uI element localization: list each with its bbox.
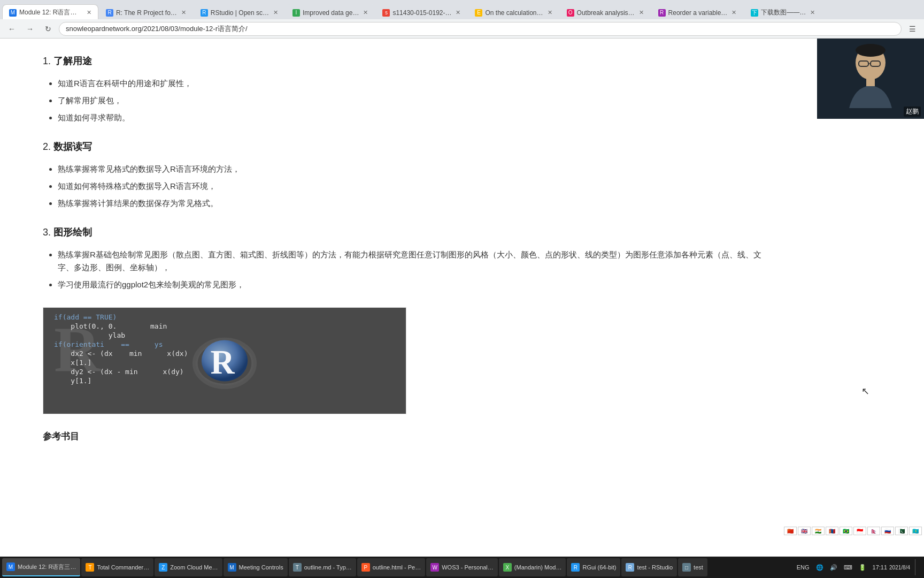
browser-tab-tab3[interactable]: R RStudio | Open sc… ✕ (194, 4, 285, 19)
bullet-item-0-2: 知道如何寻求帮助。 (58, 111, 764, 124)
code-line-1: if(add == TRUE) (54, 313, 395, 321)
taskbar-item-t5[interactable]: T outline.md - Typ… (289, 558, 356, 576)
forward-button[interactable]: → (22, 21, 37, 36)
browser-tab-tab1[interactable]: M Module 12: R语言三… ✕ (2, 4, 98, 19)
bullet-item-1-2: 熟练掌握将计算结果的数据保存为常见格式。 (58, 197, 764, 210)
tab-close-tab8[interactable]: ✕ (727, 9, 736, 16)
watermark-r-letter: R (54, 313, 101, 387)
flag-8[interactable]: 🇵🇰 (895, 527, 908, 535)
tab-favicon-tab1: M (9, 9, 17, 17)
taskbar-icon-t9: R (571, 563, 580, 572)
main-area: 1. 了解用途知道R语言在科研中的用途和扩展性，了解常用扩展包，知道如何寻求帮助… (0, 39, 924, 557)
taskbar-item-t4[interactable]: M Meeting Controls (224, 558, 288, 576)
taskbar-label-t3: Zoom Cloud Me… (170, 564, 218, 571)
address-input[interactable] (59, 22, 902, 36)
language-flags: 🇨🇳🇬🇧🇮🇳🇲🇳🇧🇷🇮🇩🇳🇵🇷🇺🇵🇰🇰🇿 (784, 527, 924, 535)
flag-5[interactable]: 🇮🇩 (853, 527, 866, 535)
browser-tab-tab5[interactable]: s s11430-015-0192-… ✕ (375, 4, 467, 19)
tab-close-tab6[interactable]: ✕ (543, 9, 552, 16)
tab-favicon-tab3: R (201, 9, 208, 17)
taskbar-network[interactable]: 🌐 (814, 564, 825, 571)
tab-label-tab5: s11430-015-0192-… (392, 9, 451, 17)
web-content: 1. 了解用途知道R语言在科研中的用途和扩展性，了解常用扩展包，知道如何寻求帮助… (0, 39, 806, 557)
taskbar-volume[interactable]: 🔊 (828, 564, 839, 571)
tab-close-tab1[interactable]: ✕ (82, 9, 91, 16)
taskbar-item-t2[interactable]: T Total Commander… (81, 558, 153, 576)
taskbar-icon-t5: T (293, 563, 302, 572)
flag-3[interactable]: 🇲🇳 (826, 527, 838, 535)
tab-close-tab9[interactable]: ✕ (806, 9, 815, 16)
code-section: R if(add == TRUE) plot(0., 0. main ylab … (43, 307, 406, 414)
taskbar-item-t7[interactable]: W WOS3 - Personal… (426, 558, 498, 576)
taskbar: M Module 12: R语言三… T Total Commander… Z … (0, 557, 924, 578)
tab-close-tab5[interactable]: ✕ (451, 9, 460, 16)
section-title-0: 1. 了解用途 (43, 55, 764, 67)
bullet-list-1: 熟练掌握将常见格式的数据导入R语言环境的方法，知道如何将特殊格式的数据导入R语言… (43, 163, 764, 210)
taskbar-item-t6[interactable]: P outline.html - Pe… (357, 558, 425, 576)
browser-tab-tab7[interactable]: O Outbreak analysis… ✕ (560, 4, 651, 19)
taskbar-battery[interactable]: 🔋 (857, 564, 868, 571)
taskbar-time[interactable]: 17:11 2021/8/4 (871, 564, 912, 571)
flag-6[interactable]: 🇳🇵 (867, 527, 880, 535)
r-logo: R (192, 329, 257, 393)
flag-0[interactable]: 🇨🇳 (784, 527, 797, 535)
tab-label-tab9: 下载数图——… (761, 8, 806, 17)
tab-label-tab2: R: The R Project fo… (116, 9, 177, 17)
tab-bar: M Module 12: R语言三… ✕ R R: The R Project … (0, 0, 924, 19)
taskbar-item-t10[interactable]: R test - RStudio (621, 558, 677, 576)
svg-point-8 (856, 44, 886, 57)
bullet-item-1-0: 熟练掌握将常见格式的数据导入R语言环境的方法， (58, 163, 764, 176)
svg-text:R: R (211, 344, 235, 381)
flag-4[interactable]: 🇧🇷 (840, 527, 852, 535)
section-title-1: 2. 数据读写 (43, 140, 764, 153)
taskbar-right: ENG 🌐 🔊 ⌨ 🔋 17:11 2021/8/4 (795, 559, 922, 575)
browser-tab-tab9[interactable]: 下 下载数图——… ✕ (744, 4, 822, 19)
taskbar-label-t2: Total Commander… (97, 564, 149, 571)
tab-label-tab6: On the calculation… (485, 9, 543, 17)
taskbar-item-t8[interactable]: X (Mandarin) Mod… (499, 558, 566, 576)
tab-favicon-tab9: 下 (751, 9, 758, 17)
tab-favicon-tab2: R (106, 9, 113, 17)
tab-close-tab7[interactable]: ✕ (635, 9, 644, 16)
taskbar-label-t8: (Mandarin) Mod… (514, 564, 562, 571)
taskbar-icon-t7: W (430, 563, 439, 572)
taskbar-item-t3[interactable]: Z Zoom Cloud Me… (155, 558, 222, 576)
taskbar-label-t6: outline.html - Pe… (373, 564, 421, 571)
flag-9[interactable]: 🇰🇿 (909, 527, 922, 535)
bullet-list-2: 熟练掌握R基础包绘制常见图形（散点图、直方图、箱式图、折线图等）的方法，有能力根… (43, 248, 764, 291)
browser-tab-tab8[interactable]: R Reorder a variable… ✕ (651, 4, 744, 19)
taskbar-label-t7: WOS3 - Personal… (442, 564, 494, 571)
taskbar-keyboard[interactable]: ⌨ (842, 564, 854, 571)
tab-favicon-tab5: s (382, 9, 390, 17)
browser-tab-tab2[interactable]: R R: The R Project fo… ✕ (99, 4, 193, 19)
back-button[interactable]: ← (4, 21, 19, 36)
extensions-button[interactable]: ☰ (905, 21, 920, 36)
taskbar-label-t10: test - RStudio (637, 564, 673, 571)
taskbar-show-desktop[interactable] (915, 559, 919, 575)
address-bar-row: ← → ↻ ☰ (0, 19, 924, 39)
browser-tab-tab6[interactable]: E On the calculation… ✕ (468, 4, 559, 19)
tab-close-tab4[interactable]: ✕ (359, 9, 368, 16)
tab-close-tab3[interactable]: ✕ (269, 9, 278, 16)
section-title-2: 3. 图形绘制 (43, 226, 764, 239)
bullet-item-0-0: 知道R语言在科研中的用途和扩展性， (58, 77, 764, 90)
tab-close-tab2[interactable]: ✕ (177, 9, 186, 16)
tab-label-tab4: Improved data ge… (303, 9, 359, 17)
flag-2[interactable]: 🇮🇳 (812, 527, 825, 535)
taskbar-icon-t6: P (361, 563, 370, 572)
flag-7[interactable]: 🇷🇺 (881, 527, 894, 535)
refresh-button[interactable]: ↻ (41, 21, 56, 36)
flag-1[interactable]: 🇬🇧 (798, 527, 811, 535)
browser-tab-tab4[interactable]: I Improved data ge… ✕ (286, 4, 375, 19)
taskbar-language[interactable]: ENG (795, 564, 811, 571)
browser-chrome: M Module 12: R语言三… ✕ R R: The R Project … (0, 0, 924, 39)
tab-favicon-tab8: R (658, 9, 666, 17)
taskbar-item-t11[interactable]: □ test (678, 558, 707, 576)
bullet-item-2-1: 学习使用最流行的ggplot2包来绘制美观的常见图形， (58, 278, 764, 291)
taskbar-icon-t10: R (626, 563, 634, 572)
taskbar-item-t1[interactable]: M Module 12: R语言三… (2, 558, 80, 576)
taskbar-item-t9[interactable]: R RGui (64-bit) (567, 558, 620, 576)
bullet-item-0-1: 了解常用扩展包， (58, 94, 764, 107)
svg-rect-9 (866, 78, 875, 86)
tab-favicon-tab7: O (567, 9, 574, 17)
